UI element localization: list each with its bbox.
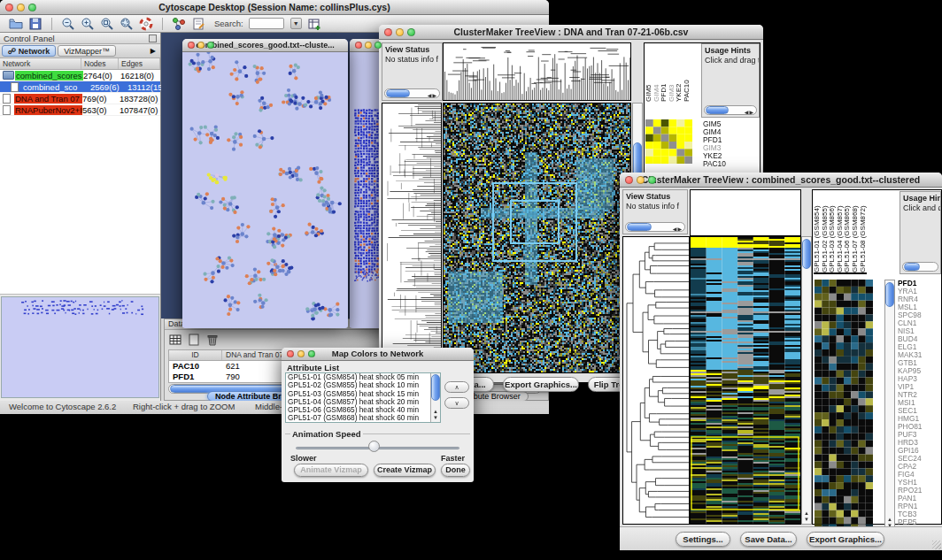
- view-status-scrollbar[interactable]: ◀▶: [384, 88, 440, 98]
- minimize-button[interactable]: [17, 4, 25, 12]
- attribute-list-scrollbar[interactable]: ▲▼: [430, 373, 440, 422]
- network-canvas[interactable]: [182, 52, 346, 327]
- global-heatmap-canvas[interactable]: [691, 237, 800, 524]
- global-heatmap-pane[interactable]: [690, 236, 801, 525]
- scrollbar-thumb[interactable]: [627, 223, 652, 231]
- row-id: PFD1: [169, 372, 222, 382]
- usage-hints-scrollbar[interactable]: ◀▶: [704, 105, 757, 115]
- column-dendrogram-canvas[interactable]: [444, 43, 630, 100]
- done-button[interactable]: Done: [441, 464, 470, 477]
- zoom-in-icon[interactable]: [81, 17, 95, 31]
- row-dendrogram-pane[interactable]: [382, 103, 442, 379]
- animate-vizmap-button[interactable]: Animate Vizmap: [294, 464, 368, 477]
- select-attributes-icon[interactable]: [168, 333, 182, 347]
- move-down-button[interactable]: ∨: [444, 397, 469, 409]
- usage-hints-scrollbar[interactable]: [902, 262, 938, 272]
- scrollbar-thumb[interactable]: [904, 263, 920, 271]
- main-title-bar[interactable]: Cytoscape Desktop (Session Name: collins…: [0, 0, 549, 15]
- column-dendrogram-pane[interactable]: [443, 42, 631, 101]
- close-button[interactable]: [625, 176, 633, 184]
- network-navigator[interactable]: [1, 296, 159, 398]
- save-data-button[interactable]: Save Data...: [740, 532, 797, 547]
- zoom-selected-icon[interactable]: [100, 17, 114, 31]
- tab-network[interactable]: ☍ Network: [2, 45, 56, 57]
- scrollbar-thumb[interactable]: [431, 374, 440, 401]
- scrollbar-thumb[interactable]: [706, 106, 729, 114]
- export-graphics-button[interactable]: Export Graphics...: [807, 532, 884, 547]
- scrollbar-thumb[interactable]: [802, 239, 811, 269]
- minimize-button[interactable]: [365, 42, 372, 49]
- tab-overflow-icon[interactable]: ▶: [151, 47, 158, 55]
- annotation-icon[interactable]: [191, 17, 205, 31]
- scrollbar-thumb[interactable]: [885, 282, 894, 307]
- window-title-bar[interactable]: ClusterMaker TreeView : combined_scores_…: [620, 173, 942, 188]
- global-heatmap-pane[interactable]: [443, 103, 631, 373]
- heatmap-vscrollbar[interactable]: ▲▼: [801, 236, 812, 525]
- network-row[interactable]: combined_scores2764(0)16218(0): [0, 70, 160, 81]
- network-tree-empty-area[interactable]: [0, 117, 160, 295]
- zoom-button[interactable]: [207, 42, 214, 49]
- tab-vizmapper[interactable]: VizMapper™: [58, 45, 116, 57]
- scroll-arrows-icon[interactable]: ◀▶: [745, 108, 754, 115]
- window-title-bar[interactable]: combined_scores_good.txt--cluste...: [182, 39, 348, 52]
- attribute-table-icon[interactable]: [307, 17, 321, 31]
- zoom-fit-icon[interactable]: [120, 17, 134, 31]
- speed-slider-thumb[interactable]: [368, 441, 380, 452]
- close-button[interactable]: [287, 350, 294, 357]
- close-button[interactable]: [188, 42, 195, 49]
- minimize-button[interactable]: [297, 350, 305, 357]
- dialog-title-bar[interactable]: Map Colors to Network: [282, 348, 474, 361]
- zoom-button[interactable]: [308, 350, 315, 357]
- delete-attribute-trash-icon[interactable]: [205, 333, 220, 347]
- zoom-heatmap-canvas[interactable]: [645, 119, 692, 164]
- network-row[interactable]: DNA and Tran 07769(0)183728(0): [0, 93, 160, 104]
- close-button[interactable]: [355, 42, 362, 49]
- gene-label[interactable]: PAC10: [703, 160, 733, 168]
- network-row[interactable]: RNAPuberNov2+I563(0)107847(0): [0, 104, 160, 116]
- row-dendrogram-canvas[interactable]: [623, 237, 689, 524]
- settings-button[interactable]: Settings...: [676, 532, 730, 547]
- export-graphics-button[interactable]: Export Graphics...: [503, 377, 579, 392]
- minimize-button[interactable]: [637, 176, 645, 184]
- new-attribute-icon[interactable]: [187, 333, 201, 347]
- zoom-vscrollbar[interactable]: ▲▼: [884, 280, 895, 531]
- zoom-button[interactable]: [648, 176, 656, 184]
- help-lifering-icon[interactable]: [139, 17, 153, 31]
- minimize-button[interactable]: [197, 42, 205, 49]
- zoom-heatmap-canvas[interactable]: [815, 280, 873, 531]
- network-list-header[interactable]: Network Nodes Edges: [0, 58, 160, 70]
- view-status-scrollbar[interactable]: ◀▶: [625, 222, 685, 232]
- zoom-button[interactable]: [28, 4, 36, 12]
- float-panel-icon[interactable]: [149, 35, 157, 42]
- zoom-out-icon[interactable]: [61, 17, 75, 31]
- scroll-arrows-icon[interactable]: ▲▼: [431, 409, 440, 421]
- navigator-thumbnail[interactable]: [2, 297, 158, 397]
- scroll-arrows-icon[interactable]: ◀▶: [673, 225, 683, 232]
- window-title-bar[interactable]: ClusterMaker TreeView : DNA and Tran 07-…: [379, 25, 763, 40]
- attribute-item[interactable]: GPL51-07 (GSM868) heat shock 60 min: [286, 414, 440, 422]
- row-dendrogram-pane[interactable]: [622, 236, 690, 525]
- network-list: Network Nodes Edges combined_scores2764(…: [0, 58, 160, 117]
- open-folder-icon[interactable]: [9, 17, 23, 31]
- scroll-arrows-icon[interactable]: ▲▼: [802, 510, 811, 523]
- minimize-button[interactable]: [396, 28, 404, 36]
- zoom-button[interactable]: [407, 28, 415, 36]
- network-row[interactable]: combined_sco2569(6)13112(15): [0, 81, 160, 93]
- search-dropdown-icon[interactable]: ▼: [290, 18, 302, 29]
- row-dendrogram-canvas[interactable]: [382, 104, 441, 378]
- attribute-listbox[interactable]: GPL51-01 (GSM854) heat shock 05 minGPL51…: [285, 372, 441, 423]
- close-button[interactable]: [384, 28, 392, 36]
- save-icon[interactable]: [28, 17, 42, 31]
- close-button[interactable]: [5, 4, 13, 12]
- global-heatmap-canvas[interactable]: [444, 104, 630, 372]
- zoom-button[interactable]: [374, 42, 382, 49]
- vizmap-nodes-icon[interactable]: [172, 17, 186, 31]
- create-vizmap-button[interactable]: Create Vizmap: [374, 464, 436, 477]
- move-up-button[interactable]: ∧: [444, 381, 469, 393]
- row-value: 621: [222, 361, 243, 372]
- scrollbar-thumb[interactable]: [386, 89, 410, 97]
- scroll-arrows-icon[interactable]: ◀▶: [428, 91, 437, 98]
- network-name: DNA and Tran 07: [14, 94, 82, 104]
- resize-grip[interactable]: [932, 541, 941, 549]
- search-input[interactable]: [249, 18, 284, 29]
